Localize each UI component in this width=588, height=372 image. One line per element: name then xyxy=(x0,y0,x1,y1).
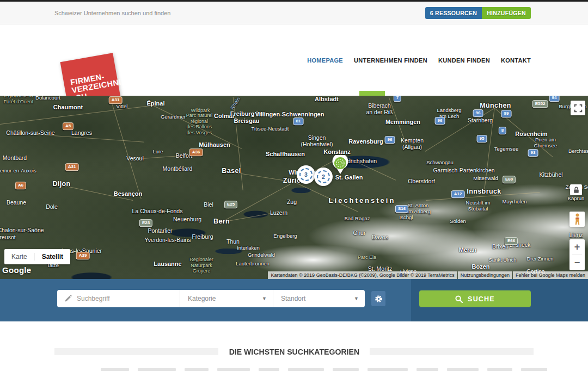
road-badge: 8 xyxy=(499,127,506,134)
map-label: Bern xyxy=(213,218,230,226)
map-label: Neuenburg xyxy=(173,216,201,222)
resources-button[interactable]: 6 RESSOURCEN xyxy=(425,7,482,19)
map-label: Yverdon-les-Bains xyxy=(144,237,191,243)
map-label: Thun xyxy=(226,238,240,245)
map-type-karte[interactable]: Karte xyxy=(4,253,35,261)
map-label: Tegernsee xyxy=(494,146,518,152)
map-label: Kempten (Allgäu) xyxy=(401,137,424,151)
section-title: DIE WICHSTEN SUCHKATEGORIEN xyxy=(229,347,359,356)
topbar-buttons: 6 RESSOURCEN HINZUFÜGEN xyxy=(425,7,531,19)
map-label: Parc naturel régional des Ballons des Vo… xyxy=(186,113,213,135)
report-error-link[interactable]: Fehler bei Google Maps melden xyxy=(513,271,588,279)
lock-control[interactable] xyxy=(570,184,582,195)
road-badge: 7 xyxy=(394,96,401,102)
cluster-count: 2 xyxy=(317,170,330,183)
cutoff-text-fragment xyxy=(217,368,250,371)
map-type-satellit[interactable]: Satellit xyxy=(35,253,70,261)
marker-cluster[interactable]: 2 xyxy=(314,168,333,186)
map-label: Biel xyxy=(204,201,213,208)
marker-cluster[interactable]: 3 xyxy=(297,165,315,184)
topbar-tagline: Schweizer Unternehmen suchen und finden xyxy=(54,10,170,16)
road-badge: E60 xyxy=(503,176,516,183)
keyword-field[interactable] xyxy=(57,290,180,307)
map-label: Chalon-sur-Saône xyxy=(0,227,44,233)
terms-link[interactable]: Nutzungsbedingungen xyxy=(458,271,512,279)
road-badge: 94 xyxy=(549,96,560,102)
road-badge: A36 xyxy=(189,148,203,156)
nav-item-homepage[interactable]: HOMEPAGE xyxy=(307,57,343,64)
map-attribution: Kartendaten © 2019 GeoBasis-DE/BKG (©200… xyxy=(268,271,588,279)
chevron-down-icon: ▼ xyxy=(354,296,359,301)
map-label: Sankt Ulrich xyxy=(488,257,516,263)
map-label: Meran xyxy=(459,246,476,253)
map-label: Drei Zinnen xyxy=(526,256,553,262)
map-label: Chaumont xyxy=(53,104,83,111)
search-button-label: SUCHE xyxy=(468,295,495,303)
map-label: Gérardmer xyxy=(161,114,186,120)
search-band: Kategorie ▼ Standort ▼ SUCHE xyxy=(0,279,588,321)
map-label: Beaune xyxy=(7,199,26,206)
cutoff-text-fragment xyxy=(487,368,512,371)
map-label: Vittel xyxy=(117,103,128,109)
company-pin-marker[interactable] xyxy=(331,155,350,177)
cutoff-text-fragment xyxy=(521,368,547,371)
pencil-icon xyxy=(64,295,72,302)
zoom-out-button[interactable]: − xyxy=(569,255,585,270)
road-badge: 95 xyxy=(477,135,487,142)
map-label: Lauterbrunnen xyxy=(236,261,270,266)
fullscreen-button[interactable] xyxy=(571,101,585,115)
map-label: Rhein xyxy=(229,96,242,111)
google-logo[interactable]: Google xyxy=(2,265,31,275)
map-label: Chur xyxy=(353,230,366,236)
chevron-down-icon: ▼ xyxy=(262,296,267,301)
fullscreen-icon xyxy=(573,103,583,113)
search-input[interactable] xyxy=(77,295,169,302)
nav-item-kontakt[interactable]: KONTAKT xyxy=(501,57,531,64)
active-nav-indicator xyxy=(359,91,385,96)
map-label: Lausanne xyxy=(154,261,181,268)
road-badge: E66 xyxy=(505,237,518,245)
map-label: Biberach an der Riß xyxy=(366,102,393,116)
map-canvas[interactable]: régional de la Forêt d'OrientDolancourtC… xyxy=(0,96,588,279)
zoom-in-button[interactable]: + xyxy=(569,239,585,255)
map-label: Besançon xyxy=(114,190,143,197)
cutoff-text-fragment xyxy=(138,368,176,371)
cutoff-text-fragment xyxy=(416,368,438,371)
category-select[interactable]: Kategorie ▼ xyxy=(180,290,273,307)
search-icon xyxy=(455,295,463,303)
nav-item-unternehmen-finden[interactable]: UNTERNEHMEN FINDEN xyxy=(354,57,427,64)
map-label: Freiburg xyxy=(192,233,213,240)
advanced-search-button[interactable] xyxy=(371,291,385,306)
map-label: Châtillon-sur-Seine xyxy=(6,129,54,136)
location-select-label: Standort xyxy=(281,295,305,302)
pegman-control[interactable] xyxy=(569,212,585,227)
map-label: Kitzbühel xyxy=(539,171,562,178)
road-badge: A5 xyxy=(63,122,74,130)
map-label: Montbard xyxy=(3,154,27,161)
heading-bar-right xyxy=(370,348,534,355)
cutoff-text-fragment xyxy=(367,368,408,371)
road-badge: 81 xyxy=(293,117,304,125)
road-badge: 96 xyxy=(385,136,395,144)
cluster-count: 3 xyxy=(299,168,313,181)
map-label: Bad Ragaz xyxy=(344,215,370,221)
map-label: Lienz xyxy=(569,232,583,238)
road-badge: A31 xyxy=(109,96,122,104)
location-select[interactable]: Standort ▼ xyxy=(273,290,365,307)
map-label: Memmingen xyxy=(385,119,420,126)
map-label: Langres xyxy=(71,129,92,136)
cutoff-text-fragment xyxy=(259,368,279,371)
map-label: Pontarlier xyxy=(148,227,173,234)
nav-item-kunden-finden[interactable]: KUNDEN FINDEN xyxy=(438,57,490,64)
map-label: Oberstdorf xyxy=(408,178,435,184)
add-company-button[interactable]: HINZUFÜGEN xyxy=(482,7,531,19)
map-label: Mayrhofen xyxy=(503,199,527,204)
map-label: Grindelwald xyxy=(248,252,275,258)
map-label: Dole xyxy=(46,203,58,210)
map-label: Starnberg xyxy=(468,117,493,123)
map-label: St. Anton am Arlberg xyxy=(406,202,431,214)
map-label: Titisee-Neustadt xyxy=(252,126,289,132)
road-badge: A31 xyxy=(65,163,79,171)
search-submit-button[interactable]: SUCHE xyxy=(419,290,531,307)
cutoff-text-fragment xyxy=(185,368,209,371)
